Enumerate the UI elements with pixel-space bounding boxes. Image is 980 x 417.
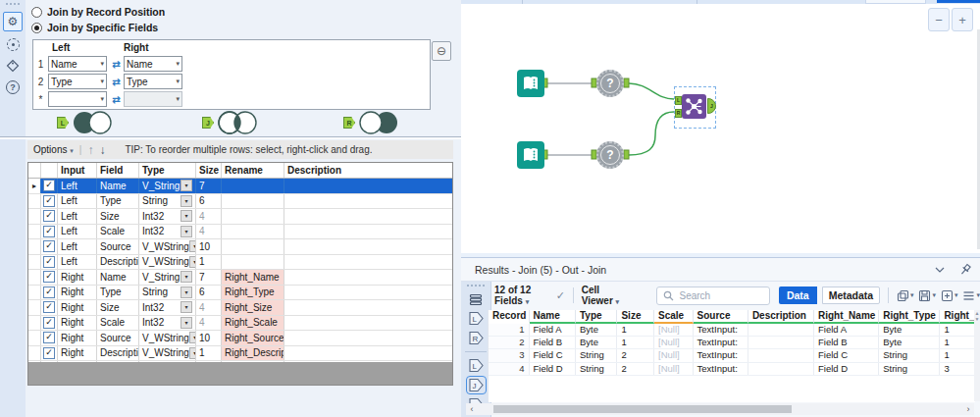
description-cell[interactable] [284,346,451,361]
type-select-cell[interactable]: V_String▾ [139,270,196,285]
input-anchor-L-button[interactable]: L [461,311,490,326]
field-checkbox[interactable]: ✓ [43,226,55,237]
field-checkbox[interactable]: ✓ [43,301,55,313]
field-table-row[interactable]: ✓RightScaleInt32▾4Right_Scale [28,316,452,332]
type-select-cell[interactable]: V_WString▾ [139,255,196,270]
input-anchor-R-button[interactable]: R [461,331,490,345]
result-row[interactable]: 2Field BByte1[Null]TextInput:Field BByte… [489,337,975,349]
results-horizontal-scrollbar[interactable]: ‹ › [466,403,974,415]
rename-cell[interactable] [222,255,284,270]
description-cell[interactable] [284,179,451,193]
options-menu-button[interactable]: Options ▾ [33,144,74,155]
data-view-button[interactable]: Data [779,287,817,304]
copy-button[interactable]: ▾ [897,289,914,302]
rename-cell[interactable]: Right_Description [222,346,284,361]
dropdown-button[interactable]: ▾ [189,332,196,343]
dropdown-button[interactable]: ▾ [189,240,196,252]
type-select-cell[interactable]: Int32▾ [139,209,196,224]
row-selector-cell[interactable] [28,300,41,315]
row-selector-cell[interactable] [28,346,41,361]
collapse-chevron-icon[interactable] [935,267,945,273]
field-table-row[interactable]: ✓LeftSizeInt32▾4 [28,209,452,225]
rename-cell[interactable]: Right_Size [222,300,284,315]
field-checkbox[interactable]: ✓ [43,287,55,298]
question-tool-1[interactable]: ? [596,70,624,97]
left-field-select[interactable]: Name▾ [48,56,107,72]
row-selector-cell[interactable] [28,239,41,254]
rename-cell[interactable]: Right_Scale [222,316,284,331]
rename-cell[interactable] [222,194,284,209]
size-cell[interactable]: 4 [196,316,222,331]
size-cell[interactable]: 10 [196,331,222,345]
field-table-row[interactable]: ✓LeftTypeString▾6 [28,194,452,210]
size-cell[interactable]: 1 [196,346,222,361]
column-header[interactable]: Right_Type [879,310,940,324]
column-header[interactable]: Right_Name [814,310,879,324]
workflow-canvas[interactable]: − + ? [461,0,980,253]
column-header[interactable]: Record [489,310,530,324]
right-field-select[interactable]: Type▾ [124,74,182,89]
type-select-cell[interactable]: Int32▾ [139,225,196,239]
row-selector-cell[interactable]: ▸ [28,179,41,193]
type-select-cell[interactable]: V_WString▾ [139,239,196,254]
rename-cell[interactable]: Right_Type [222,286,284,300]
question-tool-2[interactable]: ? [596,141,624,169]
dropdown-button[interactable]: ▾ [181,271,192,283]
join-tool[interactable] [682,94,706,119]
description-cell[interactable] [284,316,451,331]
type-select-cell[interactable]: V_WString▾ [139,331,196,345]
row-selector-cell[interactable] [28,270,41,285]
rename-cell[interactable] [222,179,284,193]
column-header[interactable]: Size [617,310,654,324]
dropdown-button[interactable]: ▾ [181,301,192,313]
column-header[interactable]: Type [576,310,618,324]
field-checkbox[interactable]: ✓ [43,210,55,222]
field-checkbox[interactable]: ✓ [43,317,55,329]
size-cell[interactable]: 6 [196,286,222,300]
view-options-button[interactable]: ▾ [962,290,980,301]
row-selector-cell[interactable] [28,194,41,209]
field-checkbox[interactable]: ✓ [43,240,55,252]
field-checkbox[interactable]: ✓ [43,195,55,207]
field-checkbox[interactable]: ✓ [43,256,55,268]
size-cell[interactable]: 4 [196,225,222,239]
row-selector-cell[interactable] [28,225,41,239]
column-header[interactable]: Name [530,310,576,324]
description-cell[interactable] [284,239,451,254]
field-checkbox[interactable]: ✓ [43,180,55,191]
description-cell[interactable] [284,270,451,285]
panel-drag-handle[interactable] [0,0,26,9]
join-input-anchor-R[interactable]: R [675,109,682,118]
size-cell[interactable]: 7 [196,179,222,193]
field-table-row[interactable]: ✓LeftScaleInt32▾4 [28,225,452,240]
layout-toggle-button[interactable] [461,293,490,306]
annotation-tab[interactable] [4,57,22,75]
column-header[interactable]: Description [748,310,814,324]
search-input[interactable]: Search [656,287,769,305]
description-cell[interactable] [284,255,451,270]
type-select-cell[interactable]: String▾ [139,286,196,300]
type-select-cell[interactable]: V_WString▾ [139,346,196,361]
move-up-button[interactable]: ↑ [87,143,93,157]
field-table-row[interactable]: ✓RightNameV_String▾7Right_Name [28,270,452,286]
pin-icon[interactable] [958,263,972,277]
description-cell[interactable] [284,225,451,239]
right-field-select[interactable]: ▾ [124,91,182,107]
result-row[interactable]: 4Field DString2[Null]TextInput:Field DSt… [489,363,975,376]
result-row[interactable]: 1Field AByte1[Null]TextInput:Field AByte… [489,324,975,337]
dropdown-button[interactable]: ▾ [189,256,196,268]
help-tab[interactable]: ? [4,78,22,96]
field-checkbox[interactable]: ✓ [43,332,55,343]
rename-cell[interactable]: Right_Source [222,331,284,345]
rename-cell[interactable] [222,225,284,239]
metadata-view-button[interactable]: Metadata [822,287,881,304]
rename-cell[interactable] [222,209,284,224]
size-cell[interactable]: 7 [196,270,222,285]
type-select-cell[interactable]: Int32▾ [139,300,196,315]
configuration-tab[interactable]: ⚙ [3,12,23,31]
field-table-row[interactable]: ▸✓LeftNameV_String▾7 [28,179,452,194]
rename-cell[interactable] [222,239,284,254]
type-select-cell[interactable]: String▾ [139,194,196,209]
size-cell[interactable]: 1 [196,255,222,270]
scroll-left-icon[interactable]: ‹ [466,404,478,414]
